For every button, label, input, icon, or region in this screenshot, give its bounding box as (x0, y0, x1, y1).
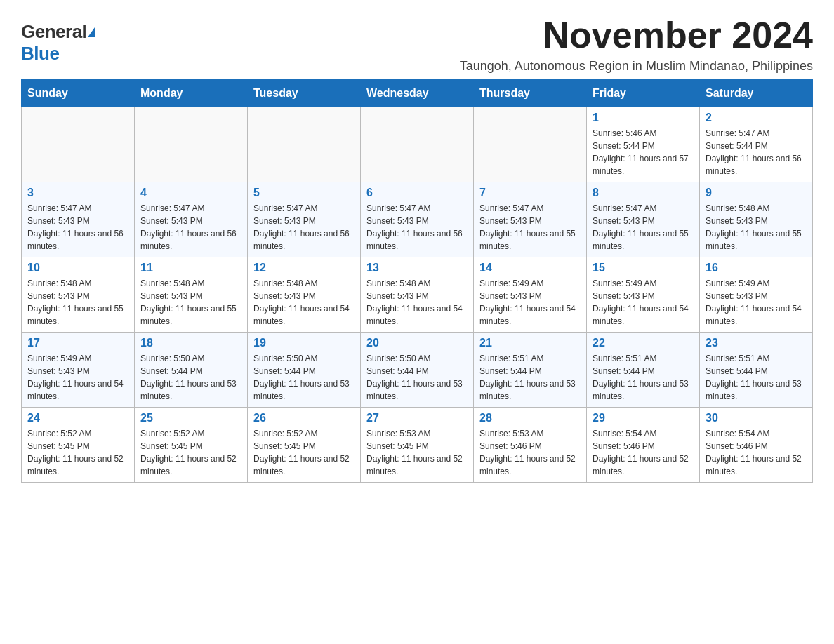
day-info-5: Sunrise: 5:47 AM Sunset: 5:43 PM Dayligh… (253, 202, 355, 253)
calendar-cell-w2-d5: 7Sunrise: 5:47 AM Sunset: 5:43 PM Daylig… (474, 182, 587, 257)
day-info-17: Sunrise: 5:49 AM Sunset: 5:43 PM Dayligh… (27, 352, 128, 403)
calendar-cell-w2-d2: 4Sunrise: 5:47 AM Sunset: 5:43 PM Daylig… (135, 182, 248, 257)
calendar-cell-w4-d6: 22Sunrise: 5:51 AM Sunset: 5:44 PM Dayli… (587, 333, 700, 408)
location-subtitle: Taungoh, Autonomous Region in Muslim Min… (460, 59, 813, 74)
week-row-4: 17Sunrise: 5:49 AM Sunset: 5:43 PM Dayli… (22, 333, 813, 408)
day-number-22: 22 (593, 337, 694, 349)
day-number-15: 15 (593, 262, 694, 274)
day-number-9: 9 (706, 187, 807, 199)
calendar-cell-w5-d1: 24Sunrise: 5:52 AM Sunset: 5:45 PM Dayli… (22, 408, 135, 483)
day-number-16: 16 (706, 262, 807, 274)
header: General Blue November 2024 Taungoh, Auto… (21, 14, 813, 74)
day-number-10: 10 (27, 262, 128, 274)
day-number-13: 13 (366, 262, 468, 274)
day-info-24: Sunrise: 5:52 AM Sunset: 5:45 PM Dayligh… (27, 427, 128, 478)
calendar-cell-w1-d5 (474, 107, 587, 182)
calendar-cell-w2-d1: 3Sunrise: 5:47 AM Sunset: 5:43 PM Daylig… (22, 182, 135, 257)
day-info-4: Sunrise: 5:47 AM Sunset: 5:43 PM Dayligh… (140, 202, 241, 253)
header-wednesday: Wednesday (361, 80, 474, 107)
day-number-17: 17 (27, 337, 128, 349)
day-number-6: 6 (366, 187, 468, 199)
day-number-29: 29 (593, 412, 694, 424)
logo-general-text: General (21, 21, 86, 43)
calendar-cell-w5-d3: 26Sunrise: 5:52 AM Sunset: 5:45 PM Dayli… (248, 408, 361, 483)
day-number-7: 7 (479, 187, 581, 199)
header-tuesday: Tuesday (248, 80, 361, 107)
header-thursday: Thursday (474, 80, 587, 107)
day-number-27: 27 (366, 412, 468, 424)
calendar-cell-w5-d2: 25Sunrise: 5:52 AM Sunset: 5:45 PM Dayli… (135, 408, 248, 483)
day-info-1: Sunrise: 5:46 AM Sunset: 5:44 PM Dayligh… (593, 127, 694, 177)
day-number-20: 20 (366, 337, 468, 349)
calendar-cell-w3-d2: 11Sunrise: 5:48 AM Sunset: 5:43 PM Dayli… (135, 257, 248, 333)
calendar-cell-w1-d7: 2Sunrise: 5:47 AM Sunset: 5:44 PM Daylig… (700, 107, 813, 182)
day-info-6: Sunrise: 5:47 AM Sunset: 5:43 PM Dayligh… (366, 202, 468, 253)
calendar-table: Sunday Monday Tuesday Wednesday Thursday… (21, 79, 813, 483)
day-info-18: Sunrise: 5:50 AM Sunset: 5:44 PM Dayligh… (140, 352, 241, 403)
calendar-cell-w1-d6: 1Sunrise: 5:46 AM Sunset: 5:44 PM Daylig… (587, 107, 700, 182)
header-monday: Monday (135, 80, 248, 107)
day-info-26: Sunrise: 5:52 AM Sunset: 5:45 PM Dayligh… (253, 427, 355, 478)
day-info-10: Sunrise: 5:48 AM Sunset: 5:43 PM Dayligh… (27, 277, 128, 328)
calendar-cell-w3-d6: 15Sunrise: 5:49 AM Sunset: 5:43 PM Dayli… (587, 257, 700, 333)
week-row-1: 1Sunrise: 5:46 AM Sunset: 5:44 PM Daylig… (22, 107, 813, 182)
calendar-cell-w5-d5: 28Sunrise: 5:53 AM Sunset: 5:46 PM Dayli… (474, 408, 587, 483)
day-number-12: 12 (253, 262, 355, 274)
header-row: Sunday Monday Tuesday Wednesday Thursday… (22, 80, 813, 107)
day-info-21: Sunrise: 5:51 AM Sunset: 5:44 PM Dayligh… (479, 352, 581, 403)
week-row-3: 10Sunrise: 5:48 AM Sunset: 5:43 PM Dayli… (22, 257, 813, 333)
day-info-29: Sunrise: 5:54 AM Sunset: 5:46 PM Dayligh… (593, 427, 694, 478)
logo-blue-text: Blue (21, 43, 59, 65)
day-info-22: Sunrise: 5:51 AM Sunset: 5:44 PM Dayligh… (593, 352, 694, 403)
day-info-8: Sunrise: 5:47 AM Sunset: 5:43 PM Dayligh… (593, 202, 694, 253)
day-number-21: 21 (479, 337, 581, 349)
month-year-title: November 2024 (460, 14, 813, 56)
calendar-cell-w3-d1: 10Sunrise: 5:48 AM Sunset: 5:43 PM Dayli… (22, 257, 135, 333)
day-number-23: 23 (706, 337, 807, 349)
day-number-4: 4 (140, 187, 241, 199)
logo-triangle-icon (88, 27, 95, 37)
calendar-cell-w5-d6: 29Sunrise: 5:54 AM Sunset: 5:46 PM Dayli… (587, 408, 700, 483)
day-number-24: 24 (27, 412, 128, 424)
day-info-2: Sunrise: 5:47 AM Sunset: 5:44 PM Dayligh… (706, 127, 807, 177)
calendar-cell-w1-d3 (248, 107, 361, 182)
day-number-8: 8 (593, 187, 694, 199)
calendar-cell-w2-d6: 8Sunrise: 5:47 AM Sunset: 5:43 PM Daylig… (587, 182, 700, 257)
calendar-cell-w2-d4: 6Sunrise: 5:47 AM Sunset: 5:43 PM Daylig… (361, 182, 474, 257)
day-info-11: Sunrise: 5:48 AM Sunset: 5:43 PM Dayligh… (140, 277, 241, 328)
calendar-cell-w3-d7: 16Sunrise: 5:49 AM Sunset: 5:43 PM Dayli… (700, 257, 813, 333)
day-info-7: Sunrise: 5:47 AM Sunset: 5:43 PM Dayligh… (479, 202, 581, 253)
calendar-cell-w4-d1: 17Sunrise: 5:49 AM Sunset: 5:43 PM Dayli… (22, 333, 135, 408)
calendar-cell-w3-d5: 14Sunrise: 5:49 AM Sunset: 5:43 PM Dayli… (474, 257, 587, 333)
calendar-cell-w1-d2 (135, 107, 248, 182)
day-info-27: Sunrise: 5:53 AM Sunset: 5:45 PM Dayligh… (366, 427, 468, 478)
day-number-2: 2 (706, 112, 807, 124)
day-number-28: 28 (479, 412, 581, 424)
calendar-cell-w3-d4: 13Sunrise: 5:48 AM Sunset: 5:43 PM Dayli… (361, 257, 474, 333)
calendar-cell-w4-d3: 19Sunrise: 5:50 AM Sunset: 5:44 PM Dayli… (248, 333, 361, 408)
calendar-cell-w4-d7: 23Sunrise: 5:51 AM Sunset: 5:44 PM Dayli… (700, 333, 813, 408)
header-saturday: Saturday (700, 80, 813, 107)
calendar-cell-w4-d4: 20Sunrise: 5:50 AM Sunset: 5:44 PM Dayli… (361, 333, 474, 408)
day-number-1: 1 (593, 112, 694, 124)
day-number-5: 5 (253, 187, 355, 199)
calendar-header: Sunday Monday Tuesday Wednesday Thursday… (22, 80, 813, 107)
header-friday: Friday (587, 80, 700, 107)
calendar-cell-w4-d2: 18Sunrise: 5:50 AM Sunset: 5:44 PM Dayli… (135, 333, 248, 408)
day-number-14: 14 (479, 262, 581, 274)
day-info-15: Sunrise: 5:49 AM Sunset: 5:43 PM Dayligh… (593, 277, 694, 328)
day-number-25: 25 (140, 412, 241, 424)
day-info-28: Sunrise: 5:53 AM Sunset: 5:46 PM Dayligh… (479, 427, 581, 478)
week-row-5: 24Sunrise: 5:52 AM Sunset: 5:45 PM Dayli… (22, 408, 813, 483)
day-info-20: Sunrise: 5:50 AM Sunset: 5:44 PM Dayligh… (366, 352, 468, 403)
logo: General Blue (21, 14, 95, 65)
calendar-cell-w5-d4: 27Sunrise: 5:53 AM Sunset: 5:45 PM Dayli… (361, 408, 474, 483)
calendar-cell-w1-d4 (361, 107, 474, 182)
day-info-14: Sunrise: 5:49 AM Sunset: 5:43 PM Dayligh… (479, 277, 581, 328)
day-info-30: Sunrise: 5:54 AM Sunset: 5:46 PM Dayligh… (706, 427, 807, 478)
week-row-2: 3Sunrise: 5:47 AM Sunset: 5:43 PM Daylig… (22, 182, 813, 257)
day-info-9: Sunrise: 5:48 AM Sunset: 5:43 PM Dayligh… (706, 202, 807, 253)
header-sunday: Sunday (22, 80, 135, 107)
day-number-11: 11 (140, 262, 241, 274)
title-area: November 2024 Taungoh, Autonomous Region… (460, 14, 813, 74)
